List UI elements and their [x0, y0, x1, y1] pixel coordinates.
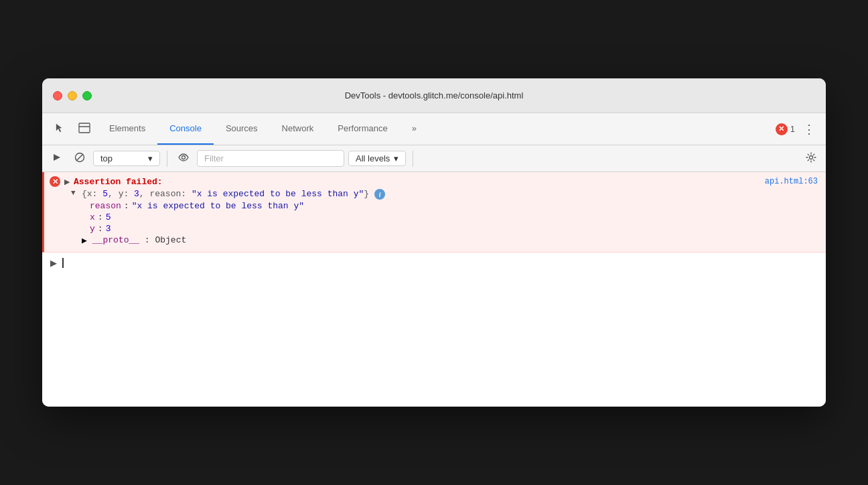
traffic-lights — [53, 91, 92, 100]
info-icon[interactable]: i — [374, 189, 385, 200]
file-reference[interactable]: api.html:63 — [765, 177, 818, 186]
console-input-row: ▶ — [42, 253, 826, 273]
prop-y: y : 3 — [71, 223, 818, 234]
block-icon — [74, 152, 85, 165]
toolbar-right: ✕ 1 ⋮ — [776, 113, 820, 145]
prompt-arrow[interactable]: ▶ — [50, 258, 57, 268]
settings-button[interactable] — [802, 149, 820, 168]
error-badge-icon: ✕ — [776, 123, 788, 135]
cursor-icon — [54, 123, 65, 136]
expand-down-icon[interactable]: ▼ — [71, 189, 79, 197]
error-entry: ✕ ▶ Assertion failed: api.html:63 ▼ {x: … — [42, 172, 826, 253]
tab-elements[interactable]: Elements — [97, 113, 157, 145]
svg-rect-0 — [79, 123, 90, 133]
object-tree: ▼ {x: 5, y: 3, reason: "x is expected to… — [50, 187, 818, 248]
prop-x: x : 5 — [71, 212, 818, 223]
tab-bar: Elements Console Sources Network Perform… — [97, 113, 776, 145]
prop-proto: ▶ __proto__ : Object — [71, 234, 818, 247]
devtools-window: DevTools - devtools.glitch.me/console/ap… — [42, 78, 826, 407]
levels-dropdown[interactable]: All levels ▾ — [348, 151, 406, 166]
dock-button[interactable] — [72, 113, 97, 145]
window-title: DevTools - devtools.glitch.me/console/ap… — [345, 90, 524, 100]
divider — [167, 151, 167, 167]
play-icon — [52, 153, 62, 164]
prop-reason: reason : "x is expected to be less than … — [71, 200, 818, 212]
tab-console[interactable]: Console — [157, 113, 214, 145]
svg-line-4 — [76, 154, 83, 161]
tab-network[interactable]: Network — [270, 113, 326, 145]
svg-marker-2 — [54, 154, 60, 161]
clear-console-button[interactable] — [48, 149, 66, 168]
tab-toolbar: Elements Console Sources Network Perform… — [42, 113, 826, 145]
tab-more[interactable]: » — [400, 113, 429, 145]
expand-arrow[interactable]: ▶ — [64, 178, 70, 186]
cursor-tool-button[interactable] — [48, 113, 72, 145]
filter-input[interactable]: Filter — [197, 150, 344, 167]
block-button[interactable] — [70, 149, 89, 168]
context-selector[interactable]: top ▾ — [93, 151, 160, 166]
error-circle-icon: ✕ — [50, 176, 60, 187]
more-menu-button[interactable]: ⋮ — [798, 122, 820, 137]
proto-expand-icon[interactable]: ▶ — [82, 235, 87, 246]
tab-sources[interactable]: Sources — [214, 113, 270, 145]
eye-button[interactable] — [174, 149, 193, 168]
assertion-text: Assertion failed: — [74, 177, 163, 187]
text-cursor — [62, 258, 64, 268]
svg-point-5 — [182, 156, 186, 159]
error-badge[interactable]: ✕ 1 — [776, 123, 795, 135]
console-output: ✕ ▶ Assertion failed: api.html:63 ▼ {x: … — [42, 172, 826, 407]
minimize-button[interactable] — [68, 91, 77, 100]
divider2 — [413, 151, 413, 167]
maximize-button[interactable] — [82, 91, 92, 100]
titlebar: DevTools - devtools.glitch.me/console/ap… — [42, 78, 826, 113]
chevron-down-icon: ▾ — [148, 153, 153, 163]
close-button[interactable] — [53, 91, 62, 100]
error-left: ✕ ▶ Assertion failed: — [50, 176, 163, 187]
levels-chevron-icon: ▾ — [394, 153, 399, 163]
error-header: ✕ ▶ Assertion failed: api.html:63 — [50, 176, 818, 187]
object-summary-line: ▼ {x: 5, y: 3, reason: "x is expected to… — [71, 188, 818, 200]
console-input[interactable] — [62, 258, 64, 268]
eye-icon — [177, 153, 190, 164]
settings-icon — [806, 152, 816, 165]
svg-point-6 — [810, 155, 813, 159]
tab-performance[interactable]: Performance — [326, 113, 399, 145]
console-toolbar: top ▾ Filter All levels ▾ — [42, 145, 826, 172]
dock-icon — [78, 123, 90, 136]
